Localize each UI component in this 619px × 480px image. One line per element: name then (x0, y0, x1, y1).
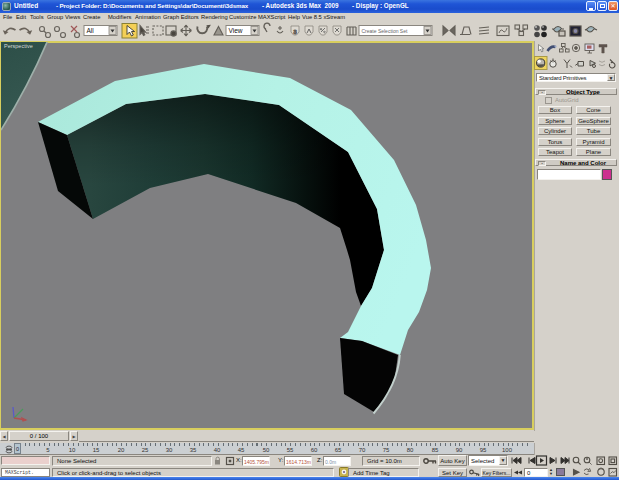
svg-text:Create Selection Set: Create Selection Set (362, 28, 408, 34)
svg-text:3: 3 (294, 29, 297, 35)
svg-text:All: All (87, 27, 95, 34)
svg-text:View: View (229, 27, 243, 34)
